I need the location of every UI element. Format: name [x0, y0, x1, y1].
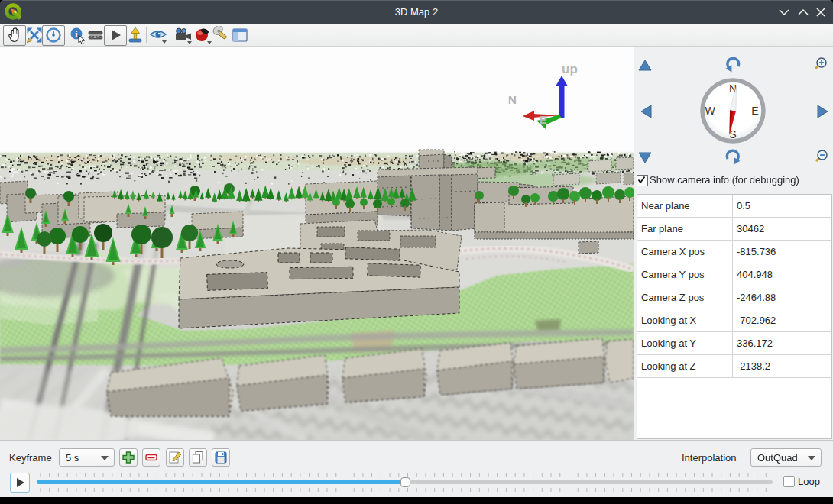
svg-text:N: N: [508, 93, 517, 106]
svg-text:up: up: [562, 62, 578, 76]
svg-text:E: E: [540, 114, 546, 126]
svg-text:E: E: [751, 105, 758, 117]
svg-text:W: W: [705, 105, 715, 117]
